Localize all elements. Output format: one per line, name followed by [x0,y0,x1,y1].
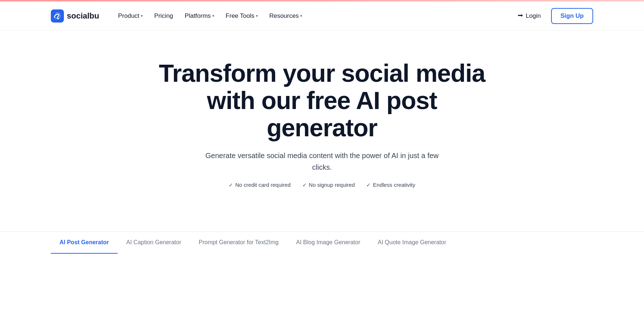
tab-ai-blog-image-generator[interactable]: AI Blog Image Generator [287,232,369,254]
nav-left: socialbu Product ▾ Pricing Platforms ▾ [51,9,306,23]
login-icon: ⮕ [518,13,523,19]
tabs-section: AI Post Generator AI Caption Generator P… [0,232,644,254]
hero-badge-2: ✓ Endless creativity [366,182,415,188]
nav-item-product[interactable]: Product ▾ [114,9,147,23]
nav-item-free-tools[interactable]: Free Tools ▾ [221,9,262,23]
svg-rect-0 [51,9,64,23]
login-button[interactable]: ⮕ Login [513,9,545,23]
tab-ai-quote-image-generator[interactable]: AI Quote Image Generator [369,232,455,254]
hero-badge-text-0: No credit card required [235,182,291,188]
hero-section: Transform your social media with our fre… [0,31,644,232]
navbar: socialbu Product ▾ Pricing Platforms ▾ [0,1,644,31]
tab-prompt-generator[interactable]: Prompt Generator for Text2Img [190,232,287,254]
tab-ai-post-generator[interactable]: AI Post Generator [51,232,118,254]
nav-menu: Product ▾ Pricing Platforms ▾ Free Tools… [114,9,306,23]
chevron-down-icon: ▾ [141,14,143,18]
hero-badges: ✓ No credit card required ✓ No signup re… [229,182,415,188]
tabs-list: AI Post Generator AI Caption Generator P… [51,232,593,254]
chevron-down-icon: ▾ [256,14,258,18]
hero-title: Transform your social media with our fre… [159,60,485,141]
nav-label-platforms: Platforms [185,12,211,20]
nav-label-free-tools: Free Tools [226,12,254,20]
logo-link[interactable]: socialbu [51,9,99,23]
check-icon-2: ✓ [366,182,371,188]
chevron-down-icon: ▾ [300,14,302,18]
nav-label-pricing: Pricing [154,12,173,20]
signup-button[interactable]: Sign Up [551,8,593,24]
chevron-down-icon: ▾ [212,14,214,18]
nav-right: ⮕ Login Sign Up [513,8,593,24]
hero-badge-text-2: Endless creativity [373,182,415,188]
nav-item-platforms[interactable]: Platforms ▾ [180,9,219,23]
tab-ai-caption-generator[interactable]: AI Caption Generator [118,232,190,254]
logo-text: socialbu [67,11,99,21]
signup-label: Sign Up [561,12,584,19]
nav-label-resources: Resources [269,12,299,20]
socialbu-logo-icon [51,9,64,23]
check-icon-0: ✓ [229,182,233,188]
nav-label-product: Product [118,12,139,20]
hero-subtitle: Generate versatile social media content … [199,150,445,173]
hero-badge-text-1: No signup required [309,182,355,188]
check-icon-1: ✓ [302,182,307,188]
hero-badge-1: ✓ No signup required [302,182,355,188]
hero-badge-0: ✓ No credit card required [229,182,291,188]
nav-item-pricing[interactable]: Pricing [150,9,178,23]
nav-item-resources[interactable]: Resources ▾ [265,9,306,23]
login-label: Login [526,12,541,20]
